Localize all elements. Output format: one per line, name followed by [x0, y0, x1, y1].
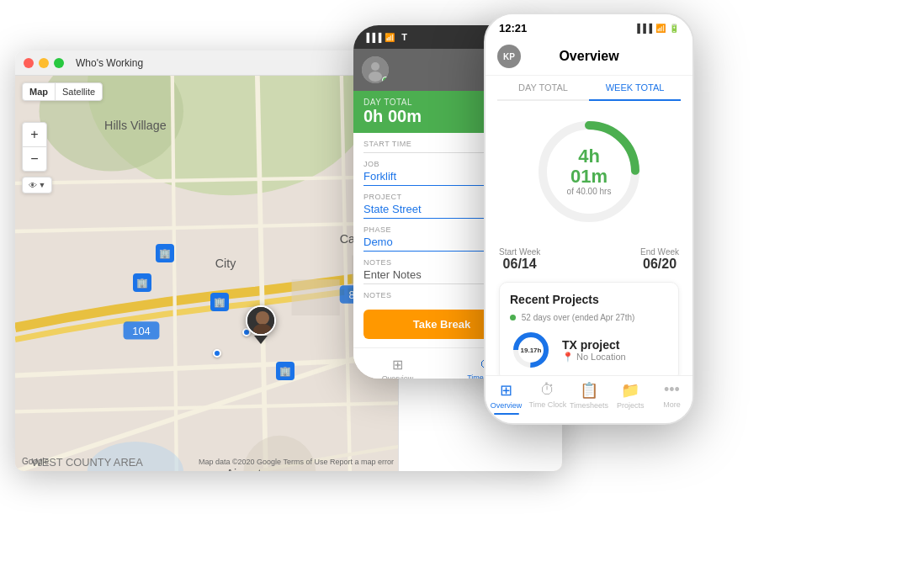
close-button[interactable] [24, 58, 34, 68]
zoom-out-button[interactable]: − [23, 147, 46, 171]
prn-clock-icon: ⏱ [540, 381, 555, 399]
prn-overview[interactable]: ⊞ Overview [486, 381, 527, 415]
donut-center: 4h 01m of 40.00 hrs [560, 146, 618, 196]
map-type-selector[interactable]: Map Satellite [22, 82, 103, 101]
zoom-in-button[interactable]: + [23, 123, 46, 146]
map-type-map-button[interactable]: Map [23, 83, 55, 100]
phone-right-nav: ⊞ Overview ⏱ Time Clock 📋 Timesheets 📁 P… [486, 375, 692, 423]
overview-title: Overview [521, 49, 657, 64]
wifi-icon: 📶 [385, 33, 395, 42]
recent-projects-title: Recent Projects [510, 293, 668, 306]
wifi-status-icon: 📶 [655, 24, 666, 33]
prn-timesheets-icon: 📋 [580, 381, 598, 400]
donut-chart: 4h 01m of 40.00 hrs [530, 113, 648, 230]
tab-week-total[interactable]: WEEK TOTAL [589, 76, 681, 101]
status-icons: ▐▐▐ 📶 🔋 [634, 24, 679, 33]
layers-label: ▼ [39, 181, 46, 189]
layers-button[interactable]: 👁 ▼ [22, 177, 52, 193]
phone-right: 12:21 ▐▐▐ 📶 🔋 KP Overview DAY TOTAL WEEK… [484, 13, 694, 425]
signal-icon: ▐▐▐ [363, 33, 381, 42]
signal-bars-icon: ▐▐▐ [634, 24, 652, 33]
prn-projects-label: Projects [617, 401, 645, 410]
svg-point-30 [371, 62, 379, 71]
start-week-label: Start Week [499, 247, 540, 257]
map-pin-building-3[interactable]: 🏢 [210, 293, 229, 311]
zoom-controls: + − [22, 122, 47, 172]
map-attribution: Map data ©2020 Google Terms of Use Repor… [199, 458, 394, 466]
mini-donut-container: 19.17h TX project 📍 No Location [510, 329, 668, 371]
pin-person-tail [254, 336, 268, 344]
active-indicator [494, 413, 519, 415]
svg-text:Airport: Airport [226, 467, 261, 471]
map-pin-building-1[interactable]: 🏢 [156, 244, 174, 262]
end-week-value: 06/20 [640, 257, 679, 272]
donut-sub-value: of 40.00 hrs [560, 188, 618, 197]
start-week: Start Week 06/14 [499, 247, 540, 272]
minimize-button[interactable] [39, 58, 49, 68]
pin-building-icon: 🏢 [156, 244, 174, 262]
prn-projects[interactable]: 📁 Projects [610, 381, 651, 415]
overview-icon: ⊞ [392, 357, 403, 373]
svg-text:City: City [215, 257, 236, 270]
tabs: DAY TOTAL WEEK TOTAL [497, 76, 681, 101]
scene: Who's Working ? [0, 0, 918, 588]
mini-donut-chart: 19.17h [510, 329, 552, 371]
phone-right-status: 12:21 ▐▐▐ 📶 🔋 [486, 14, 692, 41]
project-location: 📍 No Location [562, 352, 626, 363]
kp-avatar[interactable]: KP [497, 45, 521, 68]
week-info: Start Week 06/14 End Week 06/20 [499, 247, 679, 272]
user-avatar [362, 56, 389, 83]
project-info: TX project 📍 No Location [562, 338, 626, 363]
pin-building-icon-3: 🏢 [210, 293, 229, 311]
map-controls: Map Satellite [22, 82, 103, 101]
recent-projects-note: 52 days over (ended Apr 27th) [510, 313, 668, 322]
prn-more-label: More [663, 400, 681, 409]
svg-point-18 [256, 311, 269, 325]
pin-person-container [246, 305, 276, 342]
end-week: End Week 06/20 [640, 247, 679, 272]
maximize-button[interactable] [54, 58, 64, 68]
prn-overview-label: Overview [491, 401, 523, 410]
nav-overview[interactable]: ⊞ Overview [353, 353, 442, 379]
project-name: TX project [562, 338, 626, 352]
eye-icon: 👁 [29, 181, 37, 190]
svg-point-31 [369, 72, 382, 82]
map-pin-building-2[interactable]: 🏢 [133, 273, 151, 292]
pin-building-icon-2: 🏢 [133, 273, 151, 292]
map-type-satellite-button[interactable]: Satellite [56, 83, 102, 100]
status-dot [510, 315, 516, 320]
map-pin-building-4[interactable]: 🏢 [276, 362, 295, 380]
prn-timeclock-label: Time Clock [528, 400, 566, 409]
prn-timeclock[interactable]: ⏱ Time Clock [527, 381, 568, 415]
map-pin-dot-2[interactable] [213, 349, 221, 358]
svg-rect-3 [292, 279, 340, 315]
prn-timesheets-label: Timesheets [570, 401, 608, 410]
end-week-label: End Week [640, 247, 679, 257]
online-indicator [382, 77, 389, 83]
nav-overview-label: Overview [382, 374, 414, 379]
prn-more[interactable]: ••• More [651, 381, 692, 415]
prn-projects-icon: 📁 [621, 381, 639, 400]
start-week-value: 06/14 [499, 257, 540, 272]
prn-timesheets[interactable]: 📋 Timesheets [568, 381, 609, 415]
prn-overview-icon: ⊞ [500, 381, 512, 400]
svg-text:Hills Village: Hills Village [104, 119, 167, 132]
map-pin-person[interactable] [246, 305, 276, 342]
battery-icon: 🔋 [669, 24, 679, 33]
svg-text:104: 104 [132, 325, 150, 337]
status-time: 12:21 [499, 22, 634, 34]
recent-projects-card: Recent Projects 52 days over (ended Apr … [499, 282, 679, 382]
tab-day-total[interactable]: DAY TOTAL [497, 76, 589, 101]
location-pin-icon: 📍 [562, 352, 574, 363]
phone-right-header: KP Overview [486, 41, 692, 76]
pin-building-icon-4: 🏢 [276, 362, 295, 380]
google-logo: Google [22, 457, 49, 466]
donut-main-value: 4h 01m [560, 146, 618, 187]
pin-person-avatar [246, 305, 276, 336]
overview-content: 4h 01m of 40.00 hrs Start Week 06/14 End… [486, 101, 692, 394]
pin-dot-icon-2 [213, 349, 221, 358]
prn-more-icon: ••• [664, 381, 680, 399]
